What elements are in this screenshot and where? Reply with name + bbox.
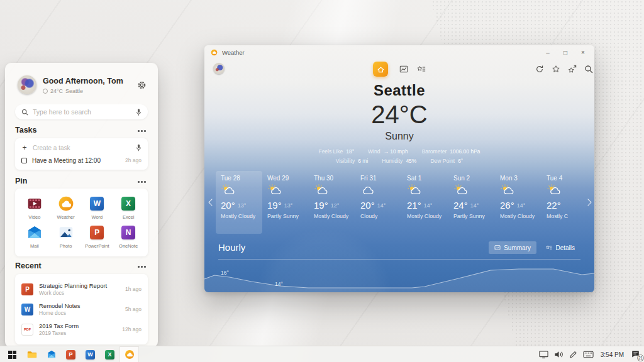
taskbar-word[interactable] [80,346,100,362]
pin-app-mail[interactable]: Mail [19,224,50,253]
day-condition: Mostly Cloudy [314,213,355,219]
task-item[interactable]: Have a Meeting at 12:00 2h ago [21,154,142,167]
forecast-day[interactable]: Sun 2 24°14° Partly Sunny [448,171,495,234]
day-label: Sat 1 [407,175,448,182]
weather-app-icon [211,49,218,56]
settings-button[interactable] [137,80,147,90]
create-task-input[interactable] [33,145,131,151]
start-button[interactable] [3,346,22,362]
search-bar[interactable] [15,104,148,119]
partly-sunny-icon [407,184,422,195]
forecast-day[interactable]: Sat 1 21°14° Mostly Cloudy [402,171,448,234]
chevron-left-icon[interactable] [208,199,215,206]
minimize-button[interactable]: – [539,45,557,59]
display-tray-icon[interactable] [539,350,548,359]
detail-value: 6 mi [358,158,368,164]
tasks-more-icon[interactable] [138,129,147,132]
mic-icon[interactable] [136,108,142,116]
close-button[interactable]: × [574,45,592,59]
summary-tab[interactable]: Summary [489,241,536,254]
favorite-places-button[interactable] [417,65,426,74]
taskbar-clock[interactable]: 3:54 PM [599,351,625,358]
hourly-header: Hourly Summary Details [218,241,580,255]
greeting-text: Good Afternoon, Tom [43,77,123,85]
touch-keyboard-tray-icon[interactable] [583,350,594,359]
cloudy-icon [360,184,375,195]
pin-app-label: Photo [60,243,72,249]
maximize-button[interactable]: □ [557,45,574,59]
forecast-day[interactable]: Tue 28 20°13° Mostly Cloudy [216,171,262,234]
search-button[interactable] [584,65,593,74]
home-button[interactable] [373,62,388,77]
task-label: Have a Meeting at 12:00 [32,157,120,164]
history-chart-button[interactable] [399,65,408,74]
pin-app-excel[interactable]: Excel [113,195,144,224]
create-task-row[interactable]: + [21,141,142,154]
favorite-button[interactable] [552,65,560,74]
pin-app-label: Mail [30,243,39,249]
pin-app-powerpoint[interactable]: PowerPoint [82,224,113,253]
pin-app-word[interactable]: Word [82,195,113,224]
recent-item-title: Strategic Planning Report [39,282,119,289]
detail-label: Wind [368,148,380,155]
profile-avatar[interactable] [213,63,225,74]
recent-item-subtitle: Home docs [39,310,119,316]
detail-label: Visibility [336,158,355,164]
forecast-day[interactable]: Mon 3 26°14° Mostly Cloudy [495,171,541,234]
pin-app-video[interactable]: Video [19,195,50,224]
recent-item-subtitle: 2019 Taxes [39,330,116,336]
user-avatar[interactable] [18,75,36,94]
taskbar-mail[interactable] [42,346,61,362]
plus-icon: + [21,143,28,152]
chart-point-label: 14° [275,281,283,287]
recent-item[interactable]: 2019 Tax Form 2019 Taxes 12h ago [21,319,142,339]
pin-app-label: Weather [57,214,75,220]
partly-sunny-icon [500,184,515,195]
partly-sunny-icon [267,184,282,195]
taskbar-explorer[interactable] [22,346,42,362]
mail-app-icon [26,224,43,241]
ink-pen-tray-icon[interactable] [569,350,577,359]
recent-item-time: 5h ago [125,306,142,312]
detail-label: Barometer [422,148,447,155]
day-low: 13° [238,202,247,209]
desktop: Good Afternoon, Tom 24°C Seattle Tasks + [0,0,644,362]
day-label: Fri 31 [360,175,402,182]
pin-app-onenote[interactable]: OneNote [113,224,144,253]
recent-item[interactable]: Strategic Planning Report Work docs 1h a… [21,279,142,299]
task-checkbox[interactable] [21,158,27,163]
refresh-button[interactable] [535,65,544,74]
day-low: 13° [284,202,293,209]
recent-item-title: Remodel Notes [39,302,119,309]
taskbar-weather-active[interactable] [119,346,139,362]
mic-icon[interactable] [136,144,142,151]
summary-label: Summary [504,244,531,251]
forecast-day[interactable]: Tue 4 22° Mostly C [541,171,588,234]
volume-tray-icon[interactable] [554,350,564,359]
recent-item[interactable]: Remodel Notes Home docs 5h ago [21,299,142,319]
day-condition: Cloudy [360,213,402,219]
details-tab[interactable]: Details [540,241,580,254]
pin-app-photo[interactable]: Photo [50,224,82,253]
recent-more-icon[interactable] [138,265,147,268]
forecast-day[interactable]: Fri 31 20°14° Cloudy [355,171,402,234]
taskbar-excel[interactable] [100,346,119,362]
current-temperature: 24°C [204,101,594,129]
day-low: 14° [470,202,479,209]
taskbar-powerpoint[interactable] [61,346,80,362]
pin-app-weather[interactable]: Weather [50,195,82,224]
mini-weather-icon [43,89,48,94]
window-titlebar[interactable]: Weather [204,45,594,59]
recent-item-title: 2019 Tax Form [39,322,116,329]
forecast-day[interactable]: Wed 29 19°13° Partly Sunny [262,171,309,234]
search-input[interactable] [33,108,131,116]
pin-more-icon[interactable] [138,180,147,183]
weather-window: Weather – □ × [204,45,594,292]
notification-center-button[interactable]: 21 [631,349,641,359]
photo-app-icon [57,224,75,241]
forecast-day[interactable]: Thu 30 19°12° Mostly Cloudy [309,171,355,234]
pdf-file-icon [21,324,33,336]
tasks-card: + Have a Meeting at 12:00 2h ago [15,138,148,170]
pin-favorite-button[interactable] [568,65,577,74]
pin-app-label: PowerPoint [85,243,109,249]
